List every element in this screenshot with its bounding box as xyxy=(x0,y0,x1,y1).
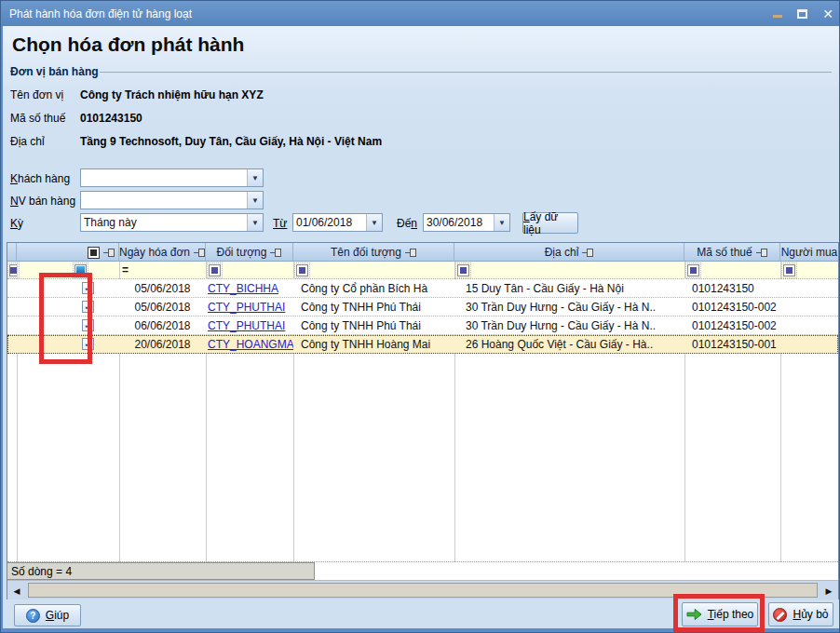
invoice-date-cell: 06/06/2018 xyxy=(119,316,206,335)
equals-operator[interactable]: = xyxy=(122,263,129,276)
filter-icon[interactable] xyxy=(75,264,87,276)
pin-icon[interactable] xyxy=(756,249,767,257)
titlebar: Phát hành hóa đơn điện tử hàng loạt ✕ xyxy=(1,1,840,26)
grid-header-row: Ngày hóa đơn Đối tượng Tên đối tượng Địa… xyxy=(7,243,838,262)
to-date-label: Đến xyxy=(397,217,417,230)
period-label: Kỳ xyxy=(10,217,23,230)
to-date-picker[interactable]: 30/06/2018 ▼ xyxy=(423,213,510,232)
scroll-right-button[interactable]: ▶ xyxy=(821,581,836,600)
partner-code-link[interactable]: CTY_BICHHA xyxy=(208,282,278,295)
buyer-cell xyxy=(780,298,838,316)
pin-icon[interactable] xyxy=(194,249,205,257)
chevron-down-icon[interactable]: ▼ xyxy=(247,214,263,231)
help-icon: ? xyxy=(26,609,40,623)
pin-icon[interactable] xyxy=(405,249,416,257)
table-row[interactable]: ✓ 06/06/2018 CTY_PHUTHAI Công ty TNHH Ph… xyxy=(7,316,838,335)
pin-icon[interactable] xyxy=(103,249,115,257)
close-button[interactable]: ✕ xyxy=(822,7,833,20)
partner-name-cell: Công ty Cổ phần Bích Hà xyxy=(293,279,454,298)
h-scrollbar[interactable]: ◀ ▶ xyxy=(7,580,838,599)
cancel-button[interactable]: Hủy bỏ xyxy=(768,602,833,626)
from-date-label: Từ xyxy=(273,217,287,230)
row-checkbox[interactable]: ✓ xyxy=(82,301,94,313)
tax-code-cell: 0101243150 xyxy=(684,279,780,298)
maximize-button[interactable] xyxy=(797,9,807,19)
grid-status-row: Số dòng = 4 xyxy=(7,562,838,580)
row-checkbox[interactable]: ✓ xyxy=(82,282,94,294)
filter-icon[interactable] xyxy=(783,264,795,276)
address-cell: 26 Hoàng Quốc Việt - Cầu Giấy - Hà.. xyxy=(454,335,684,354)
col-header-select[interactable] xyxy=(17,243,119,262)
pin-icon[interactable] xyxy=(270,249,281,257)
employee-combobox[interactable]: ▼ xyxy=(80,191,264,209)
chevron-down-icon[interactable]: ▼ xyxy=(366,214,382,231)
buyer-cell xyxy=(780,316,838,335)
row-count-status: Số dòng = 4 xyxy=(7,562,315,580)
row-checkbox[interactable]: ✓ xyxy=(82,338,94,350)
to-date-value: 30/06/2018 xyxy=(424,214,494,231)
seller-group-line xyxy=(100,72,832,73)
filter-icon[interactable] xyxy=(457,264,469,276)
table-row-selected[interactable]: ✓ 20/06/2018 CTY_HOANGMAI Công ty TNHH H… xyxy=(7,335,838,354)
get-data-button[interactable]: Lấy dữ liệu xyxy=(522,212,578,234)
chevron-down-icon[interactable]: ▼ xyxy=(247,192,263,209)
seller-taxcode-value: 0101243150 xyxy=(80,112,142,125)
table-row[interactable]: ✓ 05/06/2018 CTY_BICHHA Công ty Cổ phần … xyxy=(7,279,838,298)
next-label: Tiếp theo xyxy=(708,608,754,621)
partner-code-link[interactable]: CTY_PHUTHAI xyxy=(208,319,285,332)
help-button[interactable]: ? Giúp xyxy=(14,604,81,626)
seller-name-label: Tên đơn vị xyxy=(10,88,63,101)
pin-icon[interactable] xyxy=(582,249,593,257)
col-header-partner-name[interactable]: Tên đối tượng xyxy=(293,243,454,262)
row-checkbox[interactable]: ✓ xyxy=(82,319,94,331)
customer-value xyxy=(81,169,247,186)
grid-filter-row: = xyxy=(7,262,838,279)
dialog-content: Chọn hóa đơn phát hành Đơn vị bán hàng T… xyxy=(3,26,839,628)
partner-code-link[interactable]: CTY_PHUTHAI xyxy=(208,301,285,314)
col-header-tax-code[interactable]: Mã số thuế xyxy=(684,243,780,262)
partner-name-cell: Công ty TNHH Hoàng Mai xyxy=(293,335,454,354)
seller-name-value: Công ty Trách nhiệm hữu hạn XYZ xyxy=(80,88,264,101)
address-cell: 30 Trần Duy Hưng - Cầu Giấy - Hà N.. xyxy=(454,298,684,316)
tax-code-cell: 0101243150-002 xyxy=(684,298,780,316)
window-title: Phát hành hóa đơn điện tử hàng loạt xyxy=(9,7,192,20)
partner-code-link[interactable]: CTY_HOANGMAI xyxy=(208,338,293,351)
filter-icon[interactable] xyxy=(687,264,699,276)
buyer-cell xyxy=(780,335,838,354)
customer-label: Khách hàng xyxy=(10,172,70,185)
filter-icon[interactable] xyxy=(296,264,308,276)
invoice-date-cell: 05/06/2018 xyxy=(119,279,206,298)
invoice-date-cell: 05/06/2018 xyxy=(119,298,206,316)
seller-address-label: Địa chỉ xyxy=(10,135,45,148)
col-header-address[interactable]: Địa chỉ xyxy=(454,243,684,262)
from-date-picker[interactable]: 01/06/2018 ▼ xyxy=(292,213,383,232)
period-value: Tháng này xyxy=(81,214,247,231)
address-cell: 15 Duy Tân - Cầu Giấy - Hà Nội xyxy=(454,279,684,298)
invoice-date-cell: 20/06/2018 xyxy=(119,335,206,354)
col-header-partner-code[interactable]: Đối tượng xyxy=(206,243,293,262)
partner-name-cell: Công ty TNHH Phú Thái xyxy=(293,298,454,316)
filter-icon[interactable] xyxy=(209,264,221,276)
address-cell: 30 Trần Duy Hưng - Cầu Giấy - Hà N.. xyxy=(454,316,684,335)
col-header-gutter xyxy=(7,243,17,262)
col-header-invoice-date[interactable]: Ngày hóa đơn xyxy=(119,243,206,262)
chevron-down-icon[interactable]: ▼ xyxy=(494,214,509,231)
from-date-value: 01/06/2018 xyxy=(293,214,366,231)
minimize-button[interactable] xyxy=(773,15,782,18)
next-arrow-icon xyxy=(686,608,702,621)
help-label: Giúp xyxy=(46,609,69,622)
customer-combobox[interactable]: ▼ xyxy=(80,168,264,187)
table-row[interactable]: ✓ 05/06/2018 CTY_PHUTHAI Công ty TNHH Ph… xyxy=(7,298,838,316)
col-header-buyer[interactable]: Người mua xyxy=(780,243,838,262)
dialog-window: Phát hành hóa đơn điện tử hàng loạt ✕ Ch… xyxy=(0,0,840,633)
employee-label: NV bán hàng xyxy=(10,195,75,208)
select-all-checkbox[interactable] xyxy=(88,247,100,259)
scroll-thumb[interactable] xyxy=(28,583,818,598)
scroll-left-button[interactable]: ◀ xyxy=(9,581,24,600)
get-data-label: Lấy dữ liệu xyxy=(523,210,577,236)
period-combobox[interactable]: Tháng này ▼ xyxy=(80,213,264,232)
employee-value xyxy=(81,192,247,209)
next-button[interactable]: Tiếp theo xyxy=(682,602,758,626)
tax-code-cell: 0101243150-001 xyxy=(684,335,780,354)
chevron-down-icon[interactable]: ▼ xyxy=(247,169,263,186)
